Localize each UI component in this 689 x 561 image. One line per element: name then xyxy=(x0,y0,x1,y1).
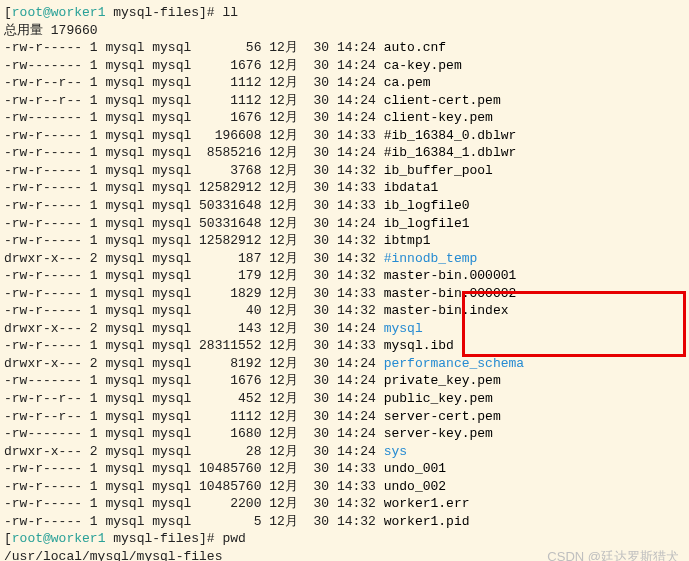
terminal-line: -rw-r----- 1 mysql mysql 12582912 12月 30… xyxy=(4,232,685,250)
file-entry: ib_logfile1 xyxy=(384,216,470,231)
terminal-line: -rw-r----- 1 mysql mysql 179 12月 30 14:3… xyxy=(4,267,685,285)
file-entry: mysql.ibd xyxy=(384,338,454,353)
terminal-line: -rw-r----- 1 mysql mysql 56 12月 30 14:24… xyxy=(4,39,685,57)
file-entry: ca-key.pem xyxy=(384,58,462,73)
command: ll xyxy=(222,5,238,20)
file-entry: #innodb_temp xyxy=(384,251,478,266)
terminal-line: -rw-r----- 1 mysql mysql 10485760 12月 30… xyxy=(4,460,685,478)
file-entry: server-key.pem xyxy=(384,426,493,441)
terminal-line: -rw-r----- 1 mysql mysql 28311552 12月 30… xyxy=(4,337,685,355)
terminal-line: -rw-r----- 1 mysql mysql 12582912 12月 30… xyxy=(4,179,685,197)
terminal-line: -rw------- 1 mysql mysql 1676 12月 30 14:… xyxy=(4,57,685,75)
terminal-line: -rw------- 1 mysql mysql 1676 12月 30 14:… xyxy=(4,372,685,390)
terminal-line: -rw-r--r-- 1 mysql mysql 1112 12月 30 14:… xyxy=(4,92,685,110)
file-entry: #ib_16384_1.dblwr xyxy=(384,145,517,160)
terminal-line: 总用量 179660 xyxy=(4,22,685,40)
terminal-line: drwxr-x--- 2 mysql mysql 143 12月 30 14:2… xyxy=(4,320,685,338)
command: pwd xyxy=(222,531,245,546)
file-entry: auto.cnf xyxy=(384,40,446,55)
terminal-line: -rw-r----- 1 mysql mysql 2200 12月 30 14:… xyxy=(4,495,685,513)
terminal-line: [root@worker1 mysql-files]# ll xyxy=(4,4,685,22)
file-entry: server-cert.pem xyxy=(384,409,501,424)
terminal-line: -rw-r----- 1 mysql mysql 10485760 12月 30… xyxy=(4,478,685,496)
terminal-line: drwxr-x--- 2 mysql mysql 8192 12月 30 14:… xyxy=(4,355,685,373)
file-entry: sys xyxy=(384,444,407,459)
terminal-line: drwxr-x--- 2 mysql mysql 28 12月 30 14:24… xyxy=(4,443,685,461)
file-entry: ib_logfile0 xyxy=(384,198,470,213)
file-entry: ca.pem xyxy=(384,75,431,90)
file-entry: mysql xyxy=(384,321,423,336)
file-entry: client-key.pem xyxy=(384,110,493,125)
terminal-line: [root@worker1 mysql-files]# pwd xyxy=(4,530,685,548)
file-entry: private_key.pem xyxy=(384,373,501,388)
user-host: root@worker1 xyxy=(12,531,106,546)
terminal-line: -rw------- 1 mysql mysql 1676 12月 30 14:… xyxy=(4,109,685,127)
terminal-line: -rw-r--r-- 1 mysql mysql 452 12月 30 14:2… xyxy=(4,390,685,408)
file-entry: master-bin.000001 xyxy=(384,268,517,283)
file-entry: master-bin.000002 xyxy=(384,286,517,301)
user-host: root@worker1 xyxy=(12,5,106,20)
file-entry: client-cert.pem xyxy=(384,93,501,108)
terminal-line: -rw-r----- 1 mysql mysql 50331648 12月 30… xyxy=(4,197,685,215)
terminal-line: -rw-r--r-- 1 mysql mysql 1112 12月 30 14:… xyxy=(4,74,685,92)
file-entry: undo_002 xyxy=(384,479,446,494)
terminal-line: drwxr-x--- 2 mysql mysql 187 12月 30 14:3… xyxy=(4,250,685,268)
file-entry: ibtmp1 xyxy=(384,233,431,248)
file-entry: #ib_16384_0.dblwr xyxy=(384,128,517,143)
terminal-line: -rw-r----- 1 mysql mysql 1829 12月 30 14:… xyxy=(4,285,685,303)
terminal-line: -rw-r----- 1 mysql mysql 3768 12月 30 14:… xyxy=(4,162,685,180)
terminal-output: [root@worker1 mysql-files]# ll总用量 179660… xyxy=(4,4,685,561)
terminal-line: -rw-r----- 1 mysql mysql 50331648 12月 30… xyxy=(4,215,685,233)
file-entry: undo_001 xyxy=(384,461,446,476)
terminal-line: -rw-r----- 1 mysql mysql 5 12月 30 14:32 … xyxy=(4,513,685,531)
terminal-line: -rw------- 1 mysql mysql 1680 12月 30 14:… xyxy=(4,425,685,443)
total-line: 总用量 179660 xyxy=(4,23,98,38)
terminal-line: -rw-r----- 1 mysql mysql 196608 12月 30 1… xyxy=(4,127,685,145)
file-entry: worker1.err xyxy=(384,496,470,511)
watermark: CSDN @廷达罗斯猎犬 xyxy=(547,548,679,561)
file-entry: ibdata1 xyxy=(384,180,439,195)
file-entry: master-bin.index xyxy=(384,303,509,318)
pwd-output: /usr/local/mysql/mysql-files xyxy=(4,549,222,561)
file-entry: ib_buffer_pool xyxy=(384,163,493,178)
file-entry: public_key.pem xyxy=(384,391,493,406)
terminal-line: -rw-r----- 1 mysql mysql 40 12月 30 14:32… xyxy=(4,302,685,320)
file-entry: performance_schema xyxy=(384,356,524,371)
file-entry: worker1.pid xyxy=(384,514,470,529)
terminal-line: -rw-r----- 1 mysql mysql 8585216 12月 30 … xyxy=(4,144,685,162)
terminal-line: -rw-r--r-- 1 mysql mysql 1112 12月 30 14:… xyxy=(4,408,685,426)
